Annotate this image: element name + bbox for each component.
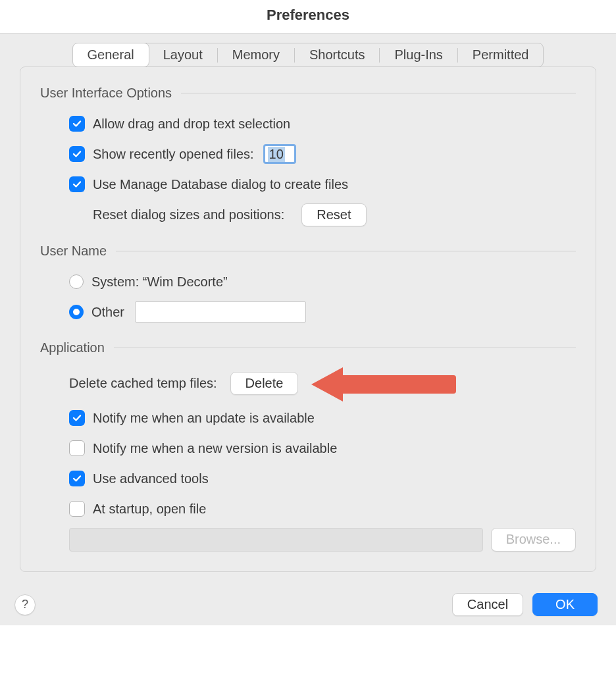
- row-use-manage-db: Use Manage Database dialog to create fil…: [69, 173, 576, 195]
- annotation-arrow: [311, 367, 456, 399]
- checkbox-notify-update[interactable]: [69, 410, 85, 426]
- label-show-recent: Show recently opened files:: [93, 147, 254, 162]
- section-application: Application: [40, 340, 576, 355]
- section-user-name: User Name: [40, 244, 576, 259]
- section-ui-options: User Interface Options: [40, 86, 576, 101]
- checkbox-show-recent[interactable]: [69, 146, 85, 162]
- row-allow-drag: Allow drag and drop text selection: [69, 113, 576, 135]
- startup-file-path: [69, 528, 483, 552]
- tab-strip: General Layout Memory Shortcuts Plug-Ins…: [20, 43, 596, 67]
- tab-memory[interactable]: Memory: [218, 43, 294, 66]
- preferences-window: Preferences General Layout Memory Shortc…: [0, 0, 616, 625]
- row-username-other: Other: [69, 301, 576, 323]
- row-username-system: System: “Wim Decorte”: [69, 271, 576, 293]
- label-reset: Reset dialog sizes and positions:: [93, 207, 284, 222]
- row-startup-open: At startup, open file: [69, 498, 576, 520]
- label-delete-cache: Delete cached temp files:: [69, 376, 217, 391]
- row-notify-version: Notify me when a new version is availabl…: [69, 437, 576, 459]
- label-use-manage-db: Use Manage Database dialog to create fil…: [93, 177, 348, 192]
- tab-layout[interactable]: Layout: [149, 43, 217, 66]
- tab-strip-inner: General Layout Memory Shortcuts Plug-Ins…: [72, 43, 544, 67]
- footer-bar: ? Cancel OK: [0, 584, 616, 625]
- row-delete-cache: Delete cached temp files: Delete: [69, 367, 576, 399]
- checkmark-icon: [72, 413, 82, 423]
- radio-system[interactable]: [69, 274, 84, 289]
- checkmark-icon: [72, 473, 82, 484]
- checkbox-notify-version[interactable]: [69, 440, 85, 456]
- general-panel: User Interface Options Allow drag and dr…: [20, 66, 596, 572]
- label-startup-open: At startup, open file: [93, 502, 206, 517]
- checkmark-icon: [72, 118, 82, 129]
- label-allow-drag: Allow drag and drop text selection: [93, 117, 290, 132]
- help-button[interactable]: ?: [14, 594, 36, 615]
- cancel-button[interactable]: Cancel: [452, 593, 523, 616]
- checkbox-startup-open[interactable]: [69, 501, 85, 517]
- section-rule: [116, 251, 576, 251]
- section-label: User Name: [40, 244, 107, 259]
- row-notify-update: Notify me when an update is available: [69, 407, 576, 429]
- window-title: Preferences: [0, 0, 616, 34]
- row-advanced-tools: Use advanced tools: [69, 467, 576, 490]
- checkmark-icon: [72, 179, 82, 190]
- section-rule: [114, 348, 576, 348]
- recent-count-value: 10: [268, 147, 285, 162]
- row-startup-path: Browse...: [69, 528, 576, 552]
- label-system: System: “Wim Decorte”: [91, 274, 228, 290]
- label-other: Other: [91, 305, 124, 320]
- arrow-stem: [340, 375, 456, 394]
- checkbox-allow-drag[interactable]: [69, 116, 85, 132]
- arrow-head-icon: [311, 367, 343, 402]
- row-reset-dialogs: Reset dialog sizes and positions: Reset: [93, 203, 576, 226]
- section-label: User Interface Options: [40, 86, 172, 101]
- other-name-input[interactable]: [135, 301, 306, 323]
- row-show-recent: Show recently opened files: 10: [69, 143, 576, 165]
- checkbox-advanced[interactable]: [69, 471, 85, 486]
- recent-count-input[interactable]: 10: [263, 144, 296, 164]
- body-area: General Layout Memory Shortcuts Plug-Ins…: [0, 34, 616, 584]
- tab-plugins[interactable]: Plug-Ins: [380, 43, 457, 66]
- tab-permitted[interactable]: Permitted: [458, 43, 544, 66]
- section-label: Application: [40, 340, 105, 355]
- browse-button[interactable]: Browse...: [491, 528, 576, 552]
- checkmark-icon: [72, 149, 82, 159]
- ok-button[interactable]: OK: [532, 593, 598, 616]
- tab-general[interactable]: General: [72, 43, 149, 67]
- checkbox-use-manage-db[interactable]: [69, 176, 85, 192]
- delete-button[interactable]: Delete: [230, 372, 299, 395]
- tab-shortcuts[interactable]: Shortcuts: [295, 43, 379, 66]
- radio-other[interactable]: [69, 305, 84, 319]
- label-notify-update: Notify me when an update is available: [93, 411, 315, 426]
- label-notify-version: Notify me when a new version is availabl…: [93, 441, 337, 456]
- reset-button[interactable]: Reset: [301, 203, 366, 226]
- section-rule: [181, 93, 576, 93]
- help-icon: ?: [22, 598, 28, 611]
- label-advanced: Use advanced tools: [93, 471, 209, 486]
